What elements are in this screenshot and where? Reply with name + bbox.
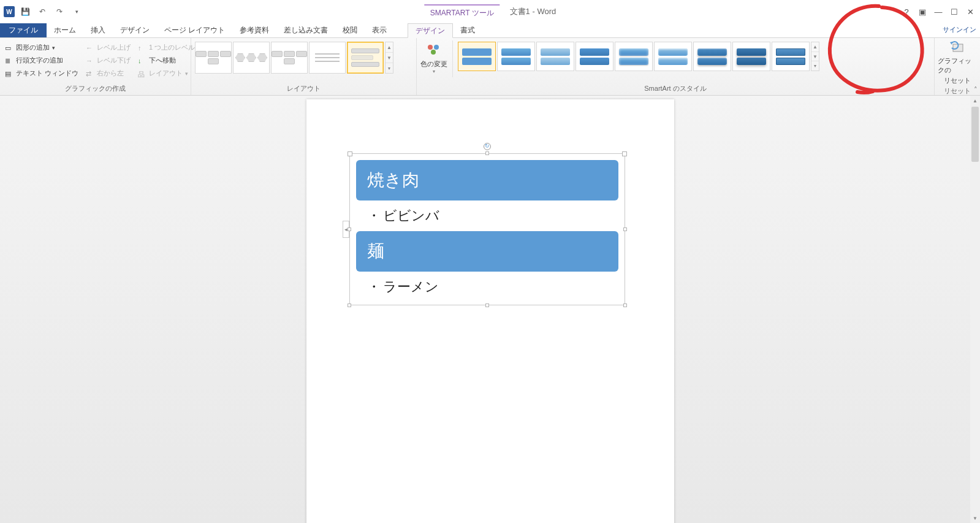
add-bullet-icon: ≣	[5, 57, 13, 64]
style-scroll-down-icon[interactable]: ▼	[811, 52, 819, 62]
ribbon: ▭図形の追加 ▾ ≣行頭文字の追加 ▤テキスト ウィンドウ ←レベル上げ →レベ…	[0, 38, 980, 96]
smartart-frame[interactable]: ◂ 焼き肉 ビビンバ 麺 ラーメン	[349, 153, 625, 305]
redo-icon[interactable]: ↷	[53, 5, 66, 18]
add-shape-icon: ▭	[5, 44, 13, 52]
style-thumb-6[interactable]	[654, 42, 692, 71]
style-thumb-4[interactable]	[575, 42, 613, 71]
ribbon-tabs: ファイル ホーム 挿入 デザイン ページ レイアウト 参考資料 差し込み文書 校…	[0, 23, 980, 38]
layout-thumb-3[interactable]	[271, 42, 308, 74]
change-colors-label: 色の変更	[420, 60, 447, 67]
arrow-up-icon: ↑	[138, 44, 146, 52]
document-page[interactable]: ◂ 焼き肉 ビビンバ 麺 ラーメン	[306, 99, 674, 523]
resize-handle[interactable]	[348, 227, 351, 231]
arrow-left-icon: ←	[86, 44, 94, 52]
style-thumb-3[interactable]	[536, 42, 574, 71]
reset-graphic-button[interactable]: グラフィックの リセット	[938, 40, 977, 85]
resize-handle[interactable]	[348, 303, 351, 307]
tab-home[interactable]: ホーム	[47, 23, 83, 37]
smartart-tools-label: SMARTART ツール	[424, 4, 500, 20]
level-down-label: レベル下げ	[97, 56, 131, 65]
layout-thumb-1[interactable]	[195, 42, 232, 74]
text-pane-label: テキスト ウィンドウ	[16, 69, 78, 78]
tab-insert[interactable]: 挿入	[83, 23, 113, 37]
tab-pagelayout[interactable]: ページ レイアウト	[157, 23, 232, 37]
tab-view[interactable]: 表示	[365, 23, 394, 37]
resize-handle[interactable]	[623, 227, 627, 231]
smartart-content: 焼き肉 ビビンバ 麺 ラーメン	[350, 154, 625, 305]
smartart-header-2[interactable]: 麺	[356, 231, 618, 272]
layout-scroll: ▲ ▼ ▾	[385, 42, 393, 74]
smartart-header-1[interactable]: 焼き肉	[356, 160, 618, 200]
text-pane-button[interactable]: ▤テキスト ウィンドウ	[2, 67, 81, 79]
layout-scroll-more-icon[interactable]: ▾	[386, 63, 393, 73]
tab-review[interactable]: 校閲	[335, 23, 365, 37]
tab-smartart-format[interactable]: 書式	[453, 23, 482, 37]
close-icon[interactable]: ✕	[963, 4, 978, 19]
group-create-graphic: ▭図形の追加 ▾ ≣行頭文字の追加 ▤テキスト ウィンドウ ←レベル上げ →レベ…	[0, 38, 191, 95]
layout-thumb-5[interactable]	[347, 42, 384, 74]
level-down-button[interactable]: →レベル下げ	[83, 55, 133, 66]
add-shape-label: 図形の追加	[16, 43, 50, 52]
layout-thumb-2[interactable]	[233, 42, 270, 74]
style-scroll-more-icon[interactable]: ▾	[811, 61, 819, 71]
resize-handle[interactable]	[485, 303, 489, 307]
right-to-left-button[interactable]: ⇄右から左	[83, 67, 133, 79]
layout-gallery: ▲ ▼ ▾	[194, 40, 395, 75]
text-pane-icon: ▤	[5, 70, 13, 77]
layout-menu-label: レイアウト	[149, 69, 183, 78]
resize-handle[interactable]	[623, 303, 627, 307]
resize-handle[interactable]	[485, 151, 489, 155]
style-scroll-up-icon[interactable]: ▲	[811, 42, 819, 52]
document-title: 文書1 - Word	[510, 6, 556, 17]
tab-smartart-design[interactable]: デザイン	[408, 23, 453, 38]
minimize-icon[interactable]: —	[931, 4, 946, 19]
group-create-label: グラフィックの作成	[2, 83, 188, 95]
save-icon[interactable]: 💾	[18, 5, 32, 18]
qat-customize-icon[interactable]: ▾	[70, 5, 83, 18]
smartart-bullet-1[interactable]: ビビンバ	[356, 204, 618, 227]
collapse-ribbon-icon[interactable]: ˄	[974, 86, 978, 94]
change-colors-button[interactable]: 色の変更 ▾	[419, 40, 449, 77]
window-controls: ? ▣ — ☐ ✕	[899, 0, 978, 23]
layout-thumb-4[interactable]	[309, 42, 346, 74]
add-shape-button[interactable]: ▭図形の追加 ▾	[2, 42, 81, 53]
style-thumb-5[interactable]	[615, 42, 653, 71]
reset-label-2: リセット	[944, 76, 971, 85]
tab-mailings[interactable]: 差し込み文書	[276, 23, 335, 37]
scroll-up-icon[interactable]: ▲	[970, 96, 980, 105]
layout-icon: 品	[138, 70, 146, 77]
style-thumb-7[interactable]	[693, 42, 731, 71]
layout-scroll-up-icon[interactable]: ▲	[386, 42, 393, 53]
layout-scroll-down-icon[interactable]: ▼	[386, 53, 393, 63]
arrow-right-icon: →	[86, 57, 94, 64]
word-app-icon[interactable]: W	[4, 6, 15, 17]
scroll-thumb[interactable]	[971, 107, 979, 162]
style-thumb-2[interactable]	[497, 42, 535, 71]
scroll-down-icon[interactable]: ▼	[970, 513, 980, 523]
right-to-left-label: 右から左	[97, 69, 124, 78]
tab-references[interactable]: 参考資料	[232, 23, 276, 37]
style-thumb-8[interactable]	[732, 42, 770, 71]
tab-design[interactable]: デザイン	[113, 23, 157, 37]
group-layouts: ▲ ▼ ▾ レイアウト	[191, 38, 417, 95]
rotate-handle-icon[interactable]	[484, 143, 491, 150]
undo-icon[interactable]: ↶	[36, 5, 49, 18]
maximize-icon[interactable]: ☐	[947, 4, 962, 19]
title-center: SMARTART ツール 文書1 - Word	[424, 0, 556, 23]
reset-label-1: グラフィックの	[938, 56, 977, 75]
group-reset: グラフィックの リセット リセット	[935, 38, 980, 95]
style-thumb-1[interactable]	[458, 42, 496, 71]
smartart-bullet-2[interactable]: ラーメン	[356, 275, 618, 299]
sign-in-link[interactable]: サインイン	[943, 25, 976, 34]
svg-point-1	[434, 45, 439, 50]
help-icon[interactable]: ?	[899, 4, 914, 19]
group-layouts-label: レイアウト	[194, 83, 414, 95]
tab-file[interactable]: ファイル	[0, 23, 47, 37]
style-thumb-9[interactable]	[772, 42, 810, 71]
vertical-scrollbar[interactable]: ▲ ▼	[970, 96, 980, 523]
ribbon-options-icon[interactable]: ▣	[915, 4, 930, 19]
title-bar: W 💾 ↶ ↷ ▾ SMARTART ツール 文書1 - Word ? ▣ — …	[0, 0, 980, 23]
level-up-label: レベル上げ	[97, 43, 131, 52]
level-up-button[interactable]: ←レベル上げ	[83, 42, 133, 53]
add-bullet-button[interactable]: ≣行頭文字の追加	[2, 55, 81, 66]
